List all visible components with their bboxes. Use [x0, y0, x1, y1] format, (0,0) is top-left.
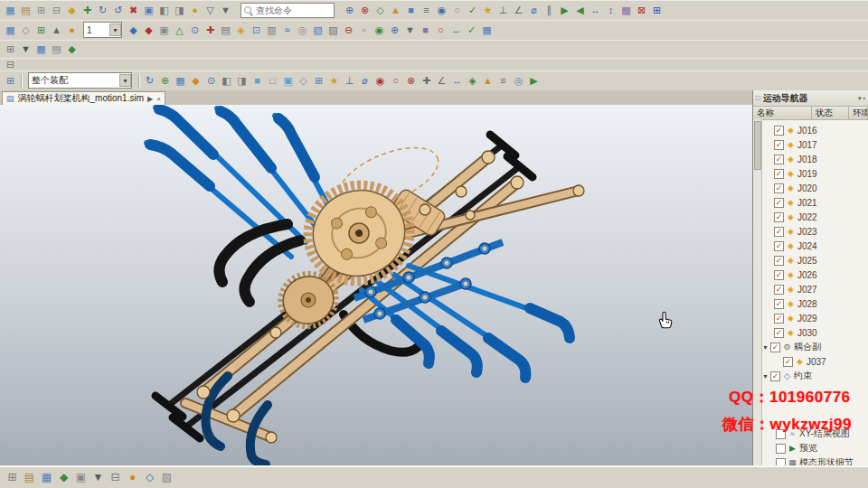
checkbox[interactable] — [776, 429, 786, 439]
toolbar-icon[interactable]: ↻ — [95, 3, 110, 18]
toolbar-icon[interactable]: ○ — [433, 23, 448, 38]
navigator-row[interactable]: ✓ ◈ J037 — [762, 354, 868, 369]
toolbar-icon[interactable]: ⌀ — [357, 73, 373, 89]
toolbar-icon[interactable]: ▣ — [156, 23, 172, 38]
toolbar-icon[interactable]: ▤ — [218, 23, 233, 38]
toolbar-icon[interactable]: ▼ — [18, 42, 33, 57]
toolbar-icon[interactable]: ⌀ — [526, 3, 542, 18]
toolbar-icon[interactable]: ⊖ — [341, 23, 356, 38]
checkbox[interactable]: ✓ — [774, 256, 784, 266]
toolbar-icon[interactable]: ◉ — [372, 23, 387, 38]
column-name[interactable]: 名称 — [753, 107, 812, 119]
toolbar-icon[interactable]: ⊥ — [495, 3, 511, 18]
toolbar-icon[interactable]: ○ — [449, 3, 465, 18]
column-status[interactable]: 状态 — [812, 107, 849, 119]
toolbar-icon[interactable]: ▤ — [18, 3, 33, 18]
toolbar-icon[interactable]: ▲ — [49, 23, 64, 38]
graphics-viewport[interactable] — [0, 105, 753, 466]
toolbar-icon[interactable]: ✚ — [80, 3, 95, 18]
navigator-row[interactable]: ✓ ◈ J030 — [762, 325, 868, 340]
toolbar-icon[interactable]: ↺ — [110, 3, 126, 18]
checkbox[interactable]: ✓ — [770, 371, 780, 381]
toolbar-icon[interactable]: ✖ — [126, 3, 141, 18]
tab-close-icon[interactable]: × — [156, 95, 161, 103]
toolbar-icon[interactable]: ◆ — [64, 3, 80, 18]
toolbar-icon[interactable]: ≡ — [419, 3, 434, 18]
toolbar-icon[interactable]: ◀ — [572, 3, 588, 18]
toolbar-icon[interactable]: ⊞ — [311, 73, 326, 89]
toolbar-icon[interactable]: ↔ — [449, 73, 465, 89]
toolbar-icon[interactable]: ◨ — [234, 73, 250, 89]
toolbar-icon[interactable]: ● — [64, 23, 80, 38]
toolbar-icon[interactable]: ⊞ — [33, 3, 49, 18]
toolbar-icon[interactable]: ◉ — [434, 3, 449, 18]
checkbox[interactable]: ✓ — [774, 270, 784, 280]
toolbar-icon[interactable]: ▣ — [141, 3, 156, 18]
toolbar-icon[interactable]: □ — [265, 73, 280, 89]
checkbox[interactable]: ✓ — [774, 155, 784, 164]
navigator-row[interactable]: ✓ ◈ J017 — [762, 137, 868, 152]
checkbox[interactable]: ✓ — [783, 357, 793, 367]
toolbar-icon[interactable]: ⊙ — [203, 73, 219, 89]
expand-arrow-icon[interactable]: ▼ — [762, 373, 769, 380]
toolbar-icon[interactable]: ↔ — [588, 3, 603, 18]
toolbar-icon[interactable]: ▲ — [480, 73, 495, 89]
toolbar-icon[interactable]: ◧ — [156, 3, 172, 18]
toolbar-icon[interactable]: ▥ — [264, 23, 279, 38]
navigator-row[interactable]: ≈ XY-结果视图 — [762, 427, 868, 441]
toolbar-icon[interactable]: ∠ — [434, 73, 449, 89]
navigator-row[interactable]: ✓ ◈ J026 — [762, 267, 868, 282]
toolbar-icon[interactable]: ◆ — [141, 23, 156, 38]
toolbar-icon[interactable]: ■ — [250, 73, 265, 89]
toolbar-icon[interactable]: ⊞ — [649, 3, 665, 18]
toolbar-icon[interactable]: ■ — [418, 23, 433, 38]
toolbar-icon[interactable]: ▩ — [618, 3, 634, 18]
toolbar-icon[interactable]: ⊞ — [4, 469, 21, 486]
toolbar-icon[interactable]: ⊟ — [3, 57, 18, 72]
checkbox[interactable]: ✓ — [774, 314, 784, 324]
chevron-down-icon[interactable]: ▼ — [119, 74, 131, 87]
toolbar-icon[interactable]: ▤ — [49, 42, 64, 57]
toolbar-icon[interactable]: ■ — [403, 3, 419, 18]
toolbar-icon[interactable]: ◈ — [465, 73, 480, 89]
toolbar-icon[interactable]: ⊡ — [249, 23, 264, 38]
toolbar-icon[interactable]: ◆ — [188, 73, 203, 89]
navigator-row[interactable]: ✓ ◈ J028 — [762, 296, 868, 311]
tab-detach-icon[interactable]: ▶ — [147, 95, 153, 103]
toolbar-icon[interactable]: △ — [172, 23, 187, 38]
checkbox[interactable]: ✓ — [774, 299, 784, 309]
toolbar-icon[interactable]: ⊕ — [387, 23, 402, 38]
navigator-row[interactable]: ✓ ◈ J018 — [762, 152, 868, 166]
toolbar-icon[interactable]: ▦ — [38, 469, 55, 486]
toolbar-icon[interactable]: ⊙ — [187, 23, 203, 38]
navigator-row[interactable]: ✓ ◈ J019 — [762, 166, 868, 181]
toolbar-icon[interactable]: ⊗ — [357, 3, 373, 18]
checkbox[interactable]: ✓ — [770, 343, 780, 352]
toolbar-icon[interactable]: ◎ — [511, 73, 526, 89]
toolbar-icon[interactable]: ▶ — [526, 73, 542, 89]
toolbar-icon[interactable]: ↕ — [603, 3, 618, 18]
document-tab[interactable]: ▤ 涡轮蜗杆划桨机构_motion1.sim ▶ × — [2, 91, 165, 105]
command-finder-input[interactable] — [254, 5, 325, 16]
toolbar-icon[interactable]: ▼ — [402, 23, 418, 38]
checkbox[interactable] — [776, 444, 786, 454]
toolbar-icon[interactable]: ≡ — [495, 73, 511, 89]
toolbar-icon[interactable]: ▣ — [280, 73, 296, 89]
toolbar-icon[interactable]: ◎ — [295, 23, 310, 38]
toolbar-icon[interactable]: ◨ — [172, 3, 187, 18]
toolbar-icon[interactable]: ∥ — [542, 3, 557, 18]
checkbox[interactable]: ✓ — [774, 140, 784, 150]
checkbox[interactable]: ✓ — [774, 285, 784, 295]
toolbar-icon[interactable]: ▨ — [158, 469, 175, 486]
model-canvas[interactable] — [0, 105, 753, 466]
checkbox[interactable]: ✓ — [774, 212, 784, 222]
toolbar-icon[interactable]: ⊟ — [107, 469, 124, 486]
toolbar-icon[interactable]: ✚ — [419, 73, 434, 89]
toolbar-icon[interactable]: ★ — [480, 3, 495, 18]
panel-pin-icon[interactable]: ▪ — [863, 95, 865, 102]
assembly-scope-combo[interactable]: 整个装配 ▼ — [28, 72, 132, 89]
navigator-row[interactable]: ✓ ◈ J027 — [762, 282, 868, 296]
toolbar-icon[interactable]: ▧ — [310, 23, 326, 38]
toolbar-icon[interactable]: ⊗ — [403, 73, 419, 89]
navigator-row[interactable]: ✓ ◈ J025 — [762, 253, 868, 267]
